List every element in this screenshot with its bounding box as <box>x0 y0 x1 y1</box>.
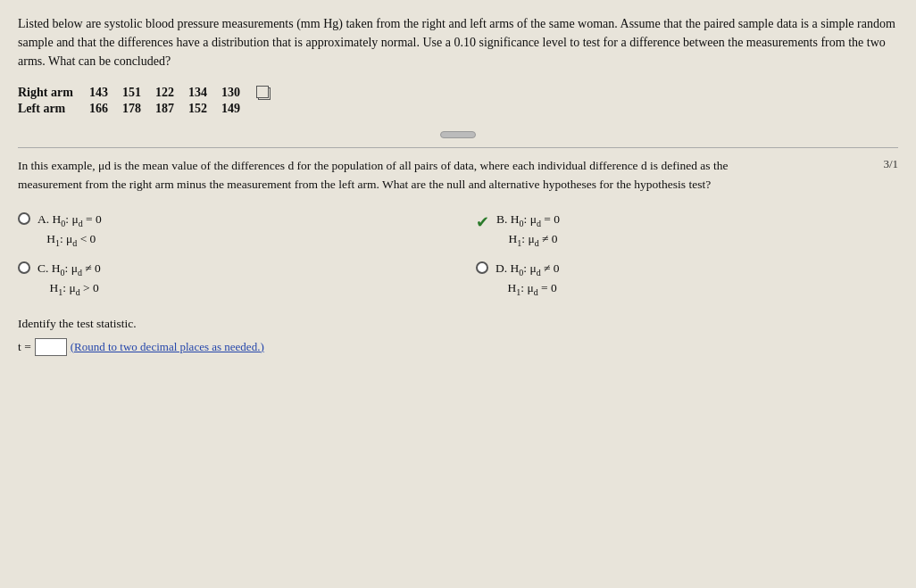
left-arm-val-4: 152 <box>188 101 221 117</box>
left-arm-val-2: 178 <box>122 101 155 117</box>
right-arm-row: Right arm 143 151 122 134 130 <box>18 85 285 101</box>
identify-section: Identify the test statistic. t = (Round … <box>18 317 898 356</box>
option-d-h1: H1: μd = 0 <box>495 279 560 299</box>
identify-label: Identify the test statistic. <box>18 317 898 331</box>
option-d-radio[interactable] <box>476 261 488 274</box>
options-grid: A. H0: μd = 0 H1: μd < 0 ✔ B. H0: μd = 0… <box>18 211 898 299</box>
copy-icon-cell[interactable] <box>254 85 285 101</box>
intro-paragraph: Listed below are systolic blood pressure… <box>18 14 898 70</box>
drag-handle[interactable] <box>440 131 476 138</box>
option-b-check-icon: ✔ <box>476 212 489 232</box>
option-a-content: A. H0: μd = 0 H1: μd < 0 <box>37 211 102 249</box>
option-c[interactable]: C. H0: μd ≠ 0 H1: μd > 0 <box>18 260 440 298</box>
right-arm-val-5: 130 <box>221 85 254 101</box>
right-arm-label: Right arm <box>18 85 89 101</box>
question-section: 3/1 In this example, μd is the mean valu… <box>18 147 898 365</box>
option-c-h1: H1: μd > 0 <box>37 279 101 299</box>
right-arm-val-3: 122 <box>155 85 188 101</box>
option-d-h0: D. H0: μd ≠ 0 <box>495 260 560 279</box>
right-arm-val-2: 151 <box>122 85 155 101</box>
option-d-content: D. H0: μd ≠ 0 H1: μd = 0 <box>495 260 560 298</box>
left-arm-label: Left arm <box>18 101 89 117</box>
option-b-h0: B. H0: μd = 0 <box>496 211 560 230</box>
left-arm-val-1: 166 <box>89 101 122 117</box>
option-a-h1: H1: μd < 0 <box>37 230 102 250</box>
right-arm-val-4: 134 <box>188 85 221 101</box>
option-c-h0: C. H0: μd ≠ 0 <box>37 260 101 279</box>
question-text: In this example, μd is the mean value of… <box>18 157 750 195</box>
left-arm-row: Left arm 166 178 187 152 149 <box>18 101 285 117</box>
option-d[interactable]: D. H0: μd ≠ 0 H1: μd = 0 <box>476 260 898 298</box>
option-a-radio[interactable] <box>18 212 30 225</box>
page-indicator: 3/1 <box>883 157 898 171</box>
t-stat-row: t = (Round to two decimal places as need… <box>18 338 898 356</box>
option-a-h0: A. H0: μd = 0 <box>37 211 102 230</box>
right-arm-val-1: 143 <box>89 85 122 101</box>
copy-icon[interactable] <box>258 87 271 100</box>
t-stat-input[interactable] <box>35 338 67 356</box>
option-c-radio[interactable] <box>18 261 30 274</box>
t-equals-label: t = <box>18 340 31 354</box>
option-b-h1: H1: μd ≠ 0 <box>496 230 560 250</box>
left-arm-val-3: 187 <box>155 101 188 117</box>
option-b-content: B. H0: μd = 0 H1: μd ≠ 0 <box>496 211 560 249</box>
option-b[interactable]: ✔ B. H0: μd = 0 H1: μd ≠ 0 <box>476 211 898 249</box>
option-c-content: C. H0: μd ≠ 0 H1: μd > 0 <box>37 260 101 298</box>
option-a[interactable]: A. H0: μd = 0 H1: μd < 0 <box>18 211 440 249</box>
main-container: Listed below are systolic blood pressure… <box>0 0 916 588</box>
data-table: Right arm 143 151 122 134 130 Left arm 1… <box>18 85 898 117</box>
round-note: (Round to two decimal places as needed.) <box>71 340 264 354</box>
left-arm-val-5: 149 <box>221 101 254 117</box>
